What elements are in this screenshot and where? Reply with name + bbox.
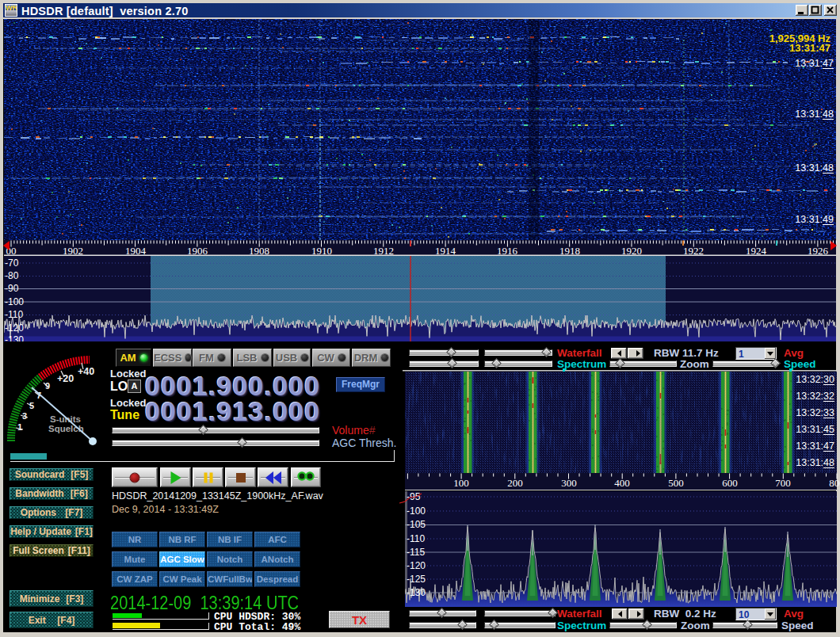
svg-text:-115: -115 bbox=[407, 547, 425, 558]
svg-text:5: 5 bbox=[29, 401, 34, 410]
svg-text:+40: +40 bbox=[78, 366, 94, 377]
svg-text:200: 200 bbox=[507, 477, 523, 489]
svg-text:1: 1 bbox=[17, 422, 22, 432]
svg-text:100: 100 bbox=[453, 477, 469, 489]
svg-text:13:31:48: 13:31:48 bbox=[795, 109, 834, 120]
svg-text:+20: +20 bbox=[57, 373, 74, 384]
svg-text:13:32:33: 13:32:33 bbox=[796, 407, 834, 418]
svg-text:-120: -120 bbox=[407, 560, 426, 571]
svg-text:13:31:48: 13:31:48 bbox=[795, 162, 834, 174]
svg-text:-120: -120 bbox=[5, 322, 24, 334]
svg-text:400: 400 bbox=[614, 477, 630, 489]
svg-text:-110: -110 bbox=[5, 309, 23, 320]
svg-text:-130: -130 bbox=[407, 587, 426, 598]
svg-text:13:32:32: 13:32:32 bbox=[796, 391, 834, 402]
svg-text:-70: -70 bbox=[5, 257, 19, 269]
svg-text:13:31:47: 13:31:47 bbox=[795, 58, 834, 69]
svg-text:3: 3 bbox=[22, 411, 27, 421]
svg-text:700: 700 bbox=[775, 477, 791, 489]
svg-text:13:32:30: 13:32:30 bbox=[796, 374, 834, 385]
svg-text:13:31:48: 13:31:48 bbox=[796, 457, 834, 468]
svg-text:13:31:47: 13:31:47 bbox=[796, 441, 834, 452]
svg-text:S-units: S-units bbox=[50, 414, 81, 424]
svg-text:800: 800 bbox=[829, 477, 840, 489]
svg-text:-100: -100 bbox=[407, 505, 426, 517]
svg-text:-100: -100 bbox=[5, 296, 24, 307]
svg-text:13:31:49: 13:31:49 bbox=[795, 214, 834, 225]
svg-text:13:31:45: 13:31:45 bbox=[796, 424, 834, 435]
svg-text:-105: -105 bbox=[407, 519, 426, 530]
svg-text:-125: -125 bbox=[407, 574, 426, 585]
svg-text:300: 300 bbox=[561, 477, 577, 489]
svg-text:500: 500 bbox=[668, 477, 684, 489]
svg-text:-110: -110 bbox=[407, 533, 425, 544]
svg-text:-80: -80 bbox=[5, 270, 19, 281]
svg-text:13:31:47: 13:31:47 bbox=[789, 42, 830, 54]
svg-text:9: 9 bbox=[45, 381, 50, 391]
svg-text:600: 600 bbox=[722, 477, 738, 489]
svg-text:-130: -130 bbox=[5, 334, 24, 345]
svg-text:-90: -90 bbox=[5, 283, 19, 294]
